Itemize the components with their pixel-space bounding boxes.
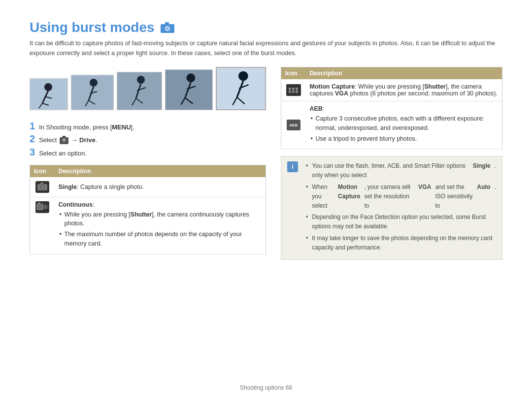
snowboard-img-4 [165, 69, 213, 110]
aeb-mode-icon: AEB [287, 120, 300, 130]
step-1: 1 In Shooting mode, press [MENU]. [30, 121, 266, 131]
svg-rect-42 [47, 205, 48, 209]
snowboard-img-1 [30, 78, 68, 110]
intro-paragraph: It can be difficult to capture photos of… [30, 38, 502, 58]
info-bullet-2: When you select Motion Capture, your cam… [306, 183, 496, 211]
snowboard-img-3 [117, 72, 162, 110]
table-row: AEB AEB: Capture 3 consecutive photos, e… [281, 101, 502, 149]
continuous-bullets: While you are pressing [Shutter], the ca… [59, 210, 262, 248]
left-table-header-icon: Icon [30, 165, 55, 177]
motion-icon-cell [281, 79, 306, 101]
main-content: 1 In Shooting mode, press [MENU]. 2 Sele… [30, 67, 502, 260]
info-box: i You can use the flash, timer, ACB, and… [281, 156, 502, 260]
right-options-table: Icon Description [281, 67, 502, 149]
aeb-label: AEB [310, 105, 323, 112]
single-mode-icon [35, 181, 49, 193]
info-bullet-4: It may take longer to save the photos de… [306, 234, 496, 252]
svg-rect-37 [40, 183, 43, 185]
single-label: Single [59, 184, 77, 190]
svg-point-31 [238, 71, 248, 81]
single-desc-cell: Single: Capture a single photo. [55, 177, 266, 197]
burst-camera-icon [160, 21, 175, 34]
step-1-number: 1 [30, 121, 35, 131]
continuous-icon-cell [30, 197, 55, 254]
svg-rect-1 [165, 22, 169, 25]
motion-capture-icon [286, 84, 301, 96]
page-container: Using burst modes It can be difficult to… [0, 0, 532, 401]
step-3: 3 Select an option. [30, 147, 266, 157]
svg-point-13 [90, 79, 98, 87]
continuous-desc-cell: Continuous: While you are pressing [Shut… [55, 197, 266, 254]
aeb-icon-cell: AEB [281, 101, 306, 149]
left-table-header-desc: Description [55, 165, 266, 177]
svg-rect-41 [44, 205, 46, 209]
steps-list: 1 In Shooting mode, press [MENU]. 2 Sele… [30, 121, 266, 157]
table-row: Continuous: While you are pressing [Shut… [30, 197, 266, 254]
page-title: Using burst modes [30, 20, 502, 35]
step-3-number: 3 [30, 147, 35, 157]
step-2-text: Select → Drive. [39, 136, 97, 144]
info-bullet-3: Depending on the Face Detection option y… [306, 213, 496, 231]
left-options-table: Icon Description [30, 165, 266, 254]
svg-point-7 [44, 83, 52, 91]
step-2-number: 2 [30, 134, 35, 144]
list-item: The maximum number of photos depends on … [59, 230, 262, 248]
footer-text: Shooting options 68 [240, 384, 292, 391]
right-table-header-icon: Icon [281, 67, 306, 80]
continuous-label: Continuous [59, 201, 93, 208]
image-strip [30, 67, 266, 110]
step-2: 2 Select → Drive. [30, 134, 266, 144]
footer: Shooting options 68 [0, 384, 532, 391]
aeb-desc-cell: AEB: Capture 3 consecutive photos, each … [306, 101, 502, 149]
right-table-header-desc: Description [306, 67, 502, 80]
list-item: Capture 3 consecutive photos, each with … [310, 114, 499, 133]
continuous-mode-icon [35, 201, 49, 213]
snowboard-img-2 [71, 75, 114, 110]
motion-capture-label: Motion Capture [310, 83, 355, 90]
table-row: Single: Capture a single photo. [30, 177, 266, 197]
single-icon-cell [30, 177, 55, 197]
svg-point-39 [41, 185, 43, 188]
list-item: Use a tripod to prevent blurry photos. [310, 134, 499, 144]
svg-rect-43 [38, 202, 40, 204]
snowboard-img-5 [216, 67, 266, 110]
title-text: Using burst modes [30, 20, 155, 35]
svg-point-25 [187, 73, 196, 82]
info-bullet-1: You can use the flash, timer, ACB, and S… [306, 161, 496, 180]
right-column: Icon Description [281, 67, 502, 260]
aeb-bullets: Capture 3 consecutive photos, each with … [310, 114, 499, 143]
list-item: While you are pressing [Shutter], the ca… [59, 210, 262, 229]
step-1-text: In Shooting mode, press [MENU]. [39, 123, 134, 131]
left-column: 1 In Shooting mode, press [MENU]. 2 Sele… [30, 67, 266, 260]
svg-point-19 [137, 76, 145, 84]
svg-point-45 [39, 206, 41, 208]
step-3-text: Select an option. [39, 150, 87, 157]
info-icon: i [287, 161, 298, 172]
motion-desc-cell: Motion Capture: While you are pressing [… [306, 79, 502, 101]
table-row: Motion Capture: While you are pressing [… [281, 79, 502, 101]
